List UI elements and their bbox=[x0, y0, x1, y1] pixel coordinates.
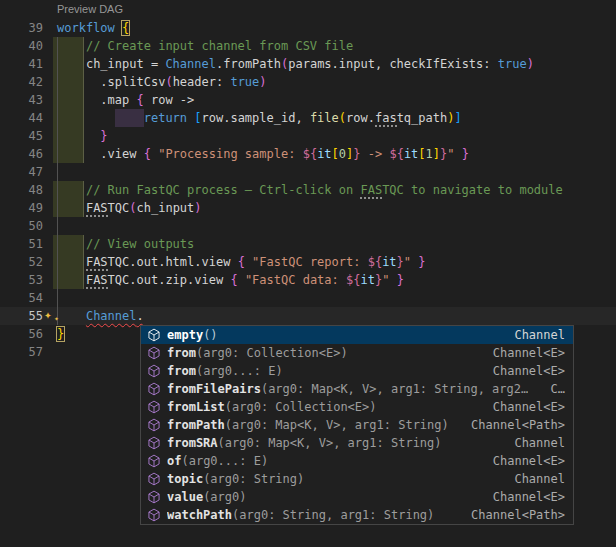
line-number[interactable]: 41 bbox=[0, 55, 43, 73]
suggest-item-label: from(arg0: Collection<E>) bbox=[167, 346, 348, 360]
code-token: tq_path bbox=[397, 111, 448, 125]
line-number[interactable]: 53 bbox=[0, 271, 43, 289]
code-token: "FastQC data: bbox=[245, 273, 346, 287]
code-line-45[interactable]: 45 } bbox=[0, 127, 616, 145]
codelens-preview-dag[interactable]: Preview DAG bbox=[57, 3, 123, 15]
return-type: Channel bbox=[506, 328, 565, 342]
suggest-item-label: watchPath(arg0: String, arg1: String) bbox=[167, 508, 434, 522]
code-token: { bbox=[238, 255, 252, 269]
suggest-item-fromList[interactable]: fromList(arg0: Collection<E>)Channel<E> bbox=[141, 398, 573, 416]
method-name: fromSRA bbox=[167, 436, 218, 450]
code-token: ) bbox=[194, 201, 201, 215]
symbol-method-icon bbox=[147, 382, 163, 396]
code-token: ( bbox=[165, 75, 172, 89]
suggest-item-of[interactable]: of(arg0...: E)Channel<E> bbox=[141, 452, 573, 470]
line-number[interactable]: 40 bbox=[0, 37, 43, 55]
code-line-43[interactable]: 43 .map { row -> bbox=[0, 91, 616, 109]
suggest-item-topic[interactable]: topic(arg0: String)Channel bbox=[141, 470, 573, 488]
method-args: (arg0...: E) bbox=[181, 454, 268, 468]
code-token: ( bbox=[129, 201, 136, 215]
method-name: of bbox=[167, 454, 181, 468]
suggest-item-fromFilePairs[interactable]: fromFilePairs(arg0: Map<K, V>, arg1: Str… bbox=[141, 380, 573, 398]
suggest-item-empty[interactable]: empty()Channel bbox=[141, 326, 573, 344]
code-token: fromPath bbox=[223, 57, 281, 71]
code-token: params.input, checkIfExists: bbox=[288, 57, 498, 71]
code-token: [ bbox=[332, 147, 339, 161]
suggest-item-value[interactable]: value(arg0)Channel<E> bbox=[141, 488, 573, 506]
code-line-55[interactable]: 55✦✦ Channel. bbox=[0, 307, 616, 325]
return-type: Channel<E> bbox=[485, 490, 565, 504]
method-name: fromPath bbox=[167, 418, 225, 432]
code-token: { bbox=[122, 21, 129, 35]
line-number[interactable]: 44 bbox=[0, 109, 43, 127]
code-line-44[interactable]: 44 return [row.sample_id, file(row.fastq… bbox=[0, 109, 616, 127]
symbol-method-icon bbox=[147, 472, 163, 486]
code-token bbox=[57, 75, 100, 89]
code-token bbox=[57, 255, 86, 269]
code-line-49[interactable]: 49 FASTQC(ch_input) bbox=[0, 199, 616, 217]
line-number[interactable]: 45 bbox=[0, 127, 43, 145]
line-number[interactable]: 42 bbox=[0, 73, 43, 91]
suggest-item-label: fromPath(arg0: Map<K, V>, arg1: String) bbox=[167, 418, 449, 432]
code-line-54[interactable]: 54 bbox=[0, 289, 616, 307]
symbol-method-icon bbox=[147, 364, 163, 378]
line-number[interactable]: 43 bbox=[0, 91, 43, 109]
suggest-item-label: from(arg0...: E) bbox=[167, 364, 283, 378]
line-number[interactable]: 56 bbox=[0, 325, 43, 343]
code-line-40[interactable]: 40 // Create input channel from CSV file bbox=[0, 37, 616, 55]
code-content: // Create input channel from CSV file bbox=[57, 37, 616, 55]
suggest-item-fromSRA[interactable]: fromSRA(arg0: Map<K, V>, arg1: String)Ch… bbox=[141, 434, 573, 452]
code-content: FASTQC.out.html.view { "FastQC report: $… bbox=[57, 253, 616, 271]
code-line-47[interactable]: 47 bbox=[0, 163, 616, 181]
code-token: ( bbox=[339, 111, 346, 125]
line-number[interactable]: 54 bbox=[0, 289, 43, 307]
code-token bbox=[389, 273, 396, 287]
code-content: ch_input = Channel.fromPath(params.input… bbox=[57, 55, 616, 73]
code-token: } bbox=[462, 147, 469, 161]
code-line-53[interactable]: 53 FASTQC.out.zip.view { "FastQC data: $… bbox=[0, 271, 616, 289]
code-token: workflow bbox=[57, 21, 122, 35]
line-number[interactable]: 51 bbox=[0, 235, 43, 253]
suggest-item-from[interactable]: from(arg0: Collection<E>)Channel<E> bbox=[141, 344, 573, 362]
method-args: (arg0) bbox=[203, 490, 246, 504]
code-token: { bbox=[230, 273, 244, 287]
method-name: watchPath bbox=[167, 508, 232, 522]
code-content: FASTQC(ch_input) bbox=[57, 199, 616, 217]
line-number[interactable]: 50 bbox=[0, 217, 43, 235]
line-number[interactable]: 57 bbox=[0, 343, 43, 361]
code-token: } bbox=[397, 273, 404, 287]
code-token: -> bbox=[361, 147, 390, 161]
line-number[interactable]: 48 bbox=[0, 181, 43, 199]
code-line-39[interactable]: 39workflow { bbox=[0, 19, 616, 37]
code-token: ch_input bbox=[137, 201, 195, 215]
return-type: Channel<Path> bbox=[463, 508, 565, 522]
code-line-46[interactable]: 46 .view { "Processing sample: ${it[0]} … bbox=[0, 145, 616, 163]
code-line-48[interactable]: 48 // Run FastQC process – Ctrl-click on… bbox=[0, 181, 616, 199]
suggest-item-fromPath[interactable]: fromPath(arg0: Map<K, V>, arg1: String)C… bbox=[141, 416, 573, 434]
code-content: .map { row -> bbox=[57, 91, 616, 109]
line-number[interactable]: 47 bbox=[0, 163, 43, 181]
line-number[interactable]: 39 bbox=[0, 19, 43, 37]
line-number[interactable]: 52 bbox=[0, 253, 43, 271]
code-line-52[interactable]: 52 FASTQC.out.html.view { "FastQC report… bbox=[0, 253, 616, 271]
code-token: } bbox=[418, 255, 425, 269]
line-number[interactable]: 49 bbox=[0, 199, 43, 217]
code-line-41[interactable]: 41 ch_input = Channel.fromPath(params.in… bbox=[0, 55, 616, 73]
sparkle-icon[interactable]: ✦✦ bbox=[44, 307, 62, 325]
code-line-50[interactable]: 50 bbox=[0, 217, 616, 235]
code-line-51[interactable]: 51 // View outputs bbox=[0, 235, 616, 253]
suggest-item-watchPath[interactable]: watchPath(arg0: String, arg1: String)Cha… bbox=[141, 506, 573, 524]
code-line-42[interactable]: 42 .splitCsv(header: true) bbox=[0, 73, 616, 91]
return-type: Channel<E> bbox=[485, 454, 565, 468]
symbol-method-icon bbox=[147, 346, 163, 360]
line-number[interactable]: 55 bbox=[0, 307, 43, 325]
code-token bbox=[455, 147, 462, 161]
return-type: Channel<E> bbox=[485, 400, 565, 414]
suggest-item-from[interactable]: from(arg0...: E)Channel<E> bbox=[141, 362, 573, 380]
code-token: // Create input channel from CSV file bbox=[86, 39, 353, 53]
line-number[interactable]: 46 bbox=[0, 145, 43, 163]
method-args: (arg0: Map<K, V>, arg1: String) bbox=[218, 436, 442, 450]
code-token bbox=[57, 93, 100, 107]
autocomplete-popup: empty()Channelfrom(arg0: Collection<E>)C… bbox=[140, 325, 574, 525]
method-args: (arg0...: E) bbox=[196, 364, 283, 378]
